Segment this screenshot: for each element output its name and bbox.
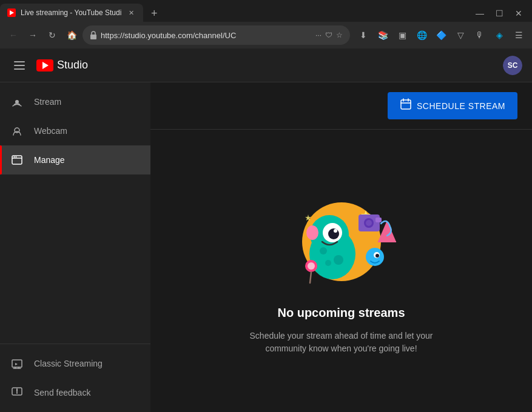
- svg-point-4: [15, 100, 19, 104]
- tab-close-button[interactable]: ✕: [126, 8, 136, 18]
- vpn2-icon[interactable]: ▽: [452, 27, 469, 44]
- feedback-icon: [10, 385, 24, 400]
- schedule-stream-button[interactable]: SCHEDULE STREAM: [388, 92, 517, 119]
- mic-icon[interactable]: 🎙: [471, 27, 488, 44]
- main-layout: Stream Webcam: [0, 82, 532, 412]
- maximize-button[interactable]: ☐: [491, 5, 508, 22]
- calendar-icon: [400, 98, 412, 113]
- svg-point-18: [306, 225, 318, 240]
- new-tab-button[interactable]: +: [146, 5, 163, 22]
- address-bar[interactable]: https://studio.youtube.com/channel/UC ··…: [82, 25, 350, 45]
- refresh-button[interactable]: ↻: [44, 27, 61, 44]
- sidebar-item-stream[interactable]: Stream: [0, 87, 150, 116]
- svg-rect-27: [375, 218, 382, 222]
- address-icons: ··· 🛡 ☆: [315, 31, 343, 39]
- svg-rect-0: [90, 35, 96, 39]
- svg-point-34: [308, 262, 315, 270]
- svg-rect-11: [401, 100, 411, 109]
- manage-icon: [10, 153, 24, 167]
- bing-icon[interactable]: ◈: [491, 27, 508, 44]
- stream-icon: [10, 95, 24, 109]
- svg-rect-1: [14, 61, 25, 62]
- svg-point-20: [334, 255, 343, 265]
- bookmark-icon[interactable]: ☆: [336, 31, 343, 39]
- sidebar-item-webcam[interactable]: Webcam: [0, 116, 150, 145]
- svg-point-16: [328, 228, 339, 239]
- bookmarks-icon[interactable]: 📚: [374, 27, 391, 44]
- forward-button[interactable]: →: [24, 27, 41, 44]
- app-header: Studio SC: [0, 48, 532, 82]
- manage-label: Manage: [34, 155, 65, 165]
- svg-rect-9: [12, 360, 22, 367]
- webcam-label: Webcam: [34, 126, 67, 136]
- minimize-button[interactable]: —: [471, 5, 488, 22]
- empty-state-title: No upcoming streams: [277, 306, 405, 320]
- hamburger-menu[interactable]: [10, 56, 29, 75]
- svg-point-19: [320, 247, 327, 254]
- svg-point-21: [325, 260, 331, 266]
- sidebar: Stream Webcam: [0, 82, 150, 412]
- studio-label: Studio: [57, 59, 88, 71]
- tab-favicon: [7, 8, 16, 17]
- home-button[interactable]: 🏠: [63, 27, 80, 44]
- sidebar-item-manage[interactable]: Manage: [0, 145, 150, 174]
- content-header: SCHEDULE STREAM: [150, 82, 532, 130]
- svg-point-17: [334, 229, 337, 233]
- close-button[interactable]: ✕: [510, 5, 527, 22]
- schedule-stream-label: SCHEDULE STREAM: [417, 101, 505, 111]
- svg-point-8: [16, 156, 17, 158]
- svg-rect-6: [12, 156, 22, 164]
- content-area: SCHEDULE STREAM: [150, 82, 532, 412]
- sidebar-item-classic-streaming[interactable]: Classic Streaming: [0, 349, 150, 378]
- menu-icon[interactable]: ☰: [510, 27, 527, 44]
- lock-icon: [90, 31, 97, 39]
- vpn-icon[interactable]: 🔷: [433, 27, 450, 44]
- avatar-circle: SC: [503, 56, 522, 75]
- send-feedback-label: Send feedback: [34, 388, 90, 397]
- browser-actions: ⬇ 📚 ▣ 🌐 🔷 ▽ 🎙 ◈ ☰: [355, 27, 527, 44]
- empty-state: No upcoming streams Schedule your stream…: [150, 130, 532, 412]
- shield-icon: 🛡: [325, 31, 332, 39]
- sidebar-item-send-feedback[interactable]: Send feedback: [0, 378, 150, 407]
- svg-rect-3: [14, 68, 25, 70]
- address-text: https://studio.youtube.com/channel/UC: [101, 31, 312, 40]
- avatar[interactable]: SC: [503, 56, 522, 75]
- empty-illustration: [275, 187, 408, 296]
- youtube-logo[interactable]: Studio: [36, 59, 88, 71]
- youtube-icon: [36, 59, 53, 71]
- webcam-icon: [10, 124, 24, 138]
- tab-title: Live streaming - YouTube Studi: [21, 8, 121, 17]
- svg-line-35: [310, 272, 311, 283]
- profile-icon[interactable]: 🌐: [413, 27, 430, 44]
- svg-point-26: [366, 220, 372, 226]
- browser-tab[interactable]: Live streaming - YouTube Studi ✕: [0, 4, 143, 22]
- tab-manager-icon[interactable]: ▣: [394, 27, 411, 44]
- sidebar-bottom: Classic Streaming Send feedback: [0, 344, 150, 407]
- empty-state-subtitle: Schedule your stream ahead of time and l…: [238, 330, 445, 355]
- tab-bar: Live streaming - YouTube Studi ✕ + — ☐ ✕: [0, 0, 532, 22]
- svg-point-32: [375, 254, 379, 258]
- stream-label: Stream: [34, 97, 61, 107]
- classic-streaming-label: Classic Streaming: [34, 359, 103, 368]
- classic-streaming-icon: [10, 356, 24, 371]
- more-options-icon[interactable]: ···: [315, 31, 322, 39]
- svg-rect-2: [14, 65, 25, 66]
- app: Studio SC Stream: [0, 48, 532, 412]
- browser-chrome: Live streaming - YouTube Studi ✕ + — ☐ ✕…: [0, 0, 532, 48]
- nav-bar: ← → ↻ 🏠 https://studio.youtube.com/chann…: [0, 22, 532, 48]
- download-icon[interactable]: ⬇: [355, 27, 372, 44]
- svg-point-7: [14, 156, 15, 158]
- back-button[interactable]: ←: [5, 27, 22, 44]
